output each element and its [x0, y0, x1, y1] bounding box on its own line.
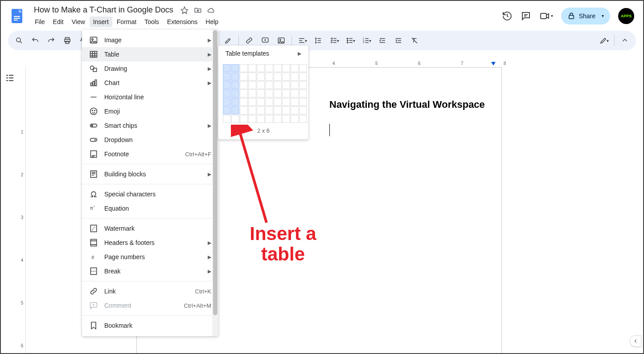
meet-icon[interactable]: ▾: [539, 11, 553, 21]
move-icon[interactable]: [194, 6, 202, 14]
menu-scrollbar[interactable]: [212, 29, 218, 336]
grid-cell[interactable]: [231, 81, 239, 89]
menu-item-dropdown[interactable]: Dropdown: [82, 133, 218, 147]
history-icon[interactable]: [502, 11, 513, 21]
grid-cell[interactable]: [291, 115, 299, 123]
search-button[interactable]: [12, 34, 26, 47]
grid-cell[interactable]: [282, 73, 290, 81]
grid-cell[interactable]: [223, 98, 231, 106]
grid-cell[interactable]: [223, 64, 231, 72]
grid-cell[interactable]: [248, 98, 256, 106]
docs-logo[interactable]: [8, 7, 26, 25]
grid-cell[interactable]: [248, 73, 256, 81]
menu-item-smart-chips[interactable]: Smart chips▶: [82, 118, 218, 133]
document-title[interactable]: How to Make a T-Chart in Google Docs: [31, 4, 176, 16]
menu-item-chart[interactable]: Chart▶: [82, 76, 218, 90]
grid-cell[interactable]: [265, 106, 273, 114]
menu-item-drawing[interactable]: Drawing▶: [82, 61, 218, 76]
grid-cell[interactable]: [299, 64, 307, 72]
menu-item-building-blocks[interactable]: Building blocks▶: [82, 167, 218, 181]
checklist-button[interactable]: ▾: [328, 34, 341, 47]
grid-cell[interactable]: [223, 73, 231, 81]
grid-cell[interactable]: [248, 90, 256, 98]
document-outline-button[interactable]: [4, 73, 15, 354]
grid-cell[interactable]: [299, 73, 307, 81]
clear-formatting-button[interactable]: [408, 34, 421, 47]
print-button[interactable]: [61, 34, 74, 47]
cloud-icon[interactable]: [207, 6, 215, 14]
grid-cell[interactable]: [231, 106, 239, 114]
grid-cell[interactable]: [231, 64, 239, 72]
menu-item-special-characters[interactable]: Special characters: [82, 187, 218, 201]
menu-insert[interactable]: Insert: [90, 16, 112, 27]
grid-cell[interactable]: [257, 115, 265, 123]
grid-cell[interactable]: [299, 98, 307, 106]
redo-button[interactable]: [45, 34, 58, 47]
grid-cell[interactable]: [274, 106, 282, 114]
grid-cell[interactable]: [274, 73, 282, 81]
menu-item-bookmark[interactable]: Bookmark: [82, 318, 218, 333]
menu-item-table[interactable]: Table▶: [82, 47, 218, 61]
grid-cell[interactable]: [248, 64, 256, 72]
grid-cell[interactable]: [265, 115, 273, 123]
grid-cell[interactable]: [240, 98, 248, 106]
decrease-indent-button[interactable]: [376, 34, 389, 47]
grid-cell[interactable]: [274, 115, 282, 123]
grid-cell[interactable]: [291, 98, 299, 106]
grid-cell[interactable]: [240, 106, 248, 114]
editing-mode-button[interactable]: ▾: [597, 34, 611, 47]
grid-cell[interactable]: [265, 98, 273, 106]
grid-cell[interactable]: [223, 115, 231, 123]
menu-tools[interactable]: Tools: [141, 16, 163, 27]
grid-cell[interactable]: [240, 64, 248, 72]
grid-cell[interactable]: [274, 64, 282, 72]
explore-button[interactable]: [630, 335, 641, 347]
menu-item-break[interactable]: Break▶: [82, 264, 218, 278]
grid-cell[interactable]: [240, 115, 248, 123]
table-templates-item[interactable]: Table templates ▶: [218, 45, 308, 61]
grid-cell[interactable]: [282, 64, 290, 72]
grid-cell[interactable]: [274, 98, 282, 106]
grid-cell[interactable]: [282, 81, 290, 89]
grid-cell[interactable]: [299, 90, 307, 98]
grid-cell[interactable]: [248, 115, 256, 123]
menu-item-image[interactable]: Image▶: [82, 33, 218, 47]
grid-cell[interactable]: [257, 81, 265, 89]
right-margin-marker[interactable]: [491, 62, 496, 65]
grid-cell[interactable]: [257, 98, 265, 106]
grid-cell[interactable]: [257, 73, 265, 81]
grid-cell[interactable]: [282, 106, 290, 114]
grid-cell[interactable]: [231, 98, 239, 106]
menu-extensions[interactable]: Extensions: [164, 16, 201, 27]
menu-item-emoji[interactable]: Emoji: [82, 104, 218, 118]
grid-cell[interactable]: [265, 73, 273, 81]
share-button[interactable]: Share ▾: [561, 8, 610, 24]
grid-cell[interactable]: [282, 98, 290, 106]
grid-cell[interactable]: [223, 81, 231, 89]
grid-cell[interactable]: [282, 115, 290, 123]
grid-cell[interactable]: [257, 106, 265, 114]
menu-item-horizontal-line[interactable]: Horizontal line: [82, 90, 218, 104]
menu-edit[interactable]: Edit: [49, 16, 67, 27]
grid-cell[interactable]: [231, 90, 239, 98]
comments-icon[interactable]: [521, 11, 531, 21]
grid-cell[interactable]: [231, 115, 239, 123]
grid-cell[interactable]: [223, 90, 231, 98]
menu-item-watermark[interactable]: Watermark: [82, 221, 218, 236]
grid-cell[interactable]: [240, 90, 248, 98]
collapse-toolbar-button[interactable]: [618, 34, 632, 47]
grid-cell[interactable]: [248, 106, 256, 114]
menu-format[interactable]: Format: [113, 16, 140, 27]
account-avatar[interactable]: APPS: [618, 8, 634, 24]
menu-item-equation[interactable]: π²Equation: [82, 201, 218, 216]
menu-help[interactable]: Help: [202, 16, 222, 27]
grid-cell[interactable]: [291, 81, 299, 89]
grid-cell[interactable]: [265, 64, 273, 72]
grid-cell[interactable]: [299, 81, 307, 89]
grid-cell[interactable]: [291, 73, 299, 81]
grid-cell[interactable]: [299, 115, 307, 123]
line-spacing-button[interactable]: [312, 34, 325, 47]
grid-cell[interactable]: [291, 90, 299, 98]
grid-cell[interactable]: [240, 81, 248, 89]
grid-cell[interactable]: [257, 90, 265, 98]
